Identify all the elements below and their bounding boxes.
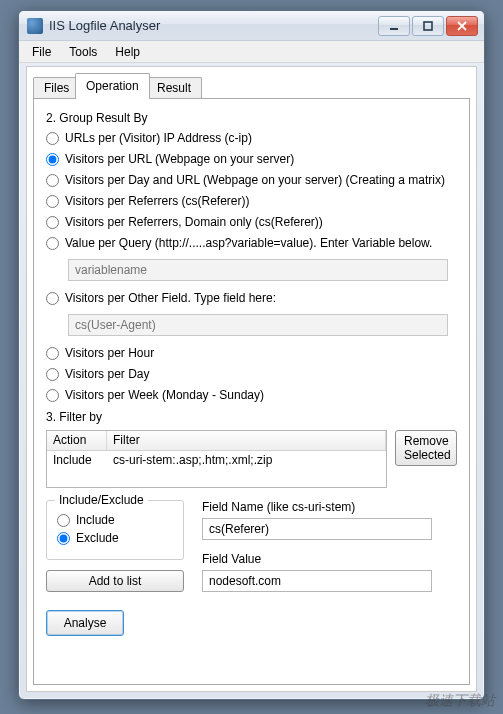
- group-radio-9[interactable]: [46, 389, 59, 402]
- group-opt-7[interactable]: Visitors per Hour: [46, 346, 457, 360]
- group-label-1: Visitors per URL (Webpage on your server…: [65, 152, 294, 166]
- client-area: Files Operation Result 2. Group Result B…: [26, 66, 477, 692]
- group-label-4: Visitors per Referrers, Domain only (cs(…: [65, 215, 323, 229]
- maximize-button[interactable]: [412, 16, 444, 36]
- include-radio[interactable]: [57, 514, 70, 527]
- field-value-label: Field Value: [202, 552, 457, 566]
- tab-body-operation: 2. Group Result By URLs per (Visitor) IP…: [33, 98, 470, 685]
- include-exclude-box: Include/Exclude Include Exclude: [46, 500, 184, 560]
- remove-selected-button[interactable]: Remove Selected: [395, 430, 457, 466]
- lower-row: Include/Exclude Include Exclude Add to l…: [46, 500, 457, 592]
- group-label-6: Visitors per Other Field. Type field her…: [65, 291, 276, 305]
- row-filter: cs-uri-stem:.asp;.htm;.xml;.zip: [107, 451, 386, 469]
- svg-rect-1: [424, 22, 432, 30]
- filter-table-header: Action Filter: [47, 431, 386, 451]
- minimize-button[interactable]: [378, 16, 410, 36]
- group-opt-9[interactable]: Visitors per Week (Monday - Sunday): [46, 388, 457, 402]
- group-radio-0[interactable]: [46, 132, 59, 145]
- filter-col-action[interactable]: Action: [47, 431, 107, 450]
- group-radio-8[interactable]: [46, 368, 59, 381]
- right-fields: Field Name (like cs-uri-stem) Field Valu…: [202, 500, 457, 592]
- filter-table[interactable]: Action Filter Include cs-uri-stem:.asp;.…: [46, 430, 387, 488]
- group-opt-5[interactable]: Value per Query (http://.....asp?variabl…: [46, 236, 457, 250]
- svg-rect-0: [390, 28, 398, 30]
- group-radio-4[interactable]: [46, 216, 59, 229]
- menu-tools[interactable]: Tools: [60, 43, 106, 61]
- window-title: IIS Logfile Analyser: [49, 18, 376, 33]
- group-radio-6[interactable]: [46, 292, 59, 305]
- tab-result[interactable]: Result: [146, 77, 202, 99]
- close-button[interactable]: [446, 16, 478, 36]
- group-label-8: Visitors per Day: [65, 367, 149, 381]
- group-label-3: Visitors per Referrers (cs(Referer)): [65, 194, 249, 208]
- titlebar[interactable]: IIS Logfile Analyser: [19, 11, 484, 41]
- menubar: File Tools Help: [19, 41, 484, 63]
- filter-heading: 3. Filter by: [46, 410, 457, 424]
- left-col: Include/Exclude Include Exclude Add to l…: [46, 500, 184, 592]
- group-opt-6[interactable]: Visitors per Other Field. Type field her…: [46, 291, 457, 305]
- tabstrip: Files Operation Result: [33, 73, 470, 99]
- variable-input[interactable]: [68, 259, 448, 281]
- menu-file[interactable]: File: [23, 43, 60, 61]
- group-label-9: Visitors per Week (Monday - Sunday): [65, 388, 264, 402]
- exclude-option[interactable]: Exclude: [57, 531, 173, 545]
- group-label-5: Value per Query (http://.....asp?variabl…: [65, 236, 432, 250]
- field-value-input[interactable]: [202, 570, 432, 592]
- exclude-label: Exclude: [76, 531, 119, 545]
- group-opt-1[interactable]: Visitors per URL (Webpage on your server…: [46, 152, 457, 166]
- tab-operation[interactable]: Operation: [75, 73, 150, 99]
- group-label-7: Visitors per Hour: [65, 346, 154, 360]
- app-window: IIS Logfile Analyser File Tools Help Fil…: [18, 10, 485, 700]
- table-row[interactable]: Include cs-uri-stem:.asp;.htm;.xml;.zip: [47, 451, 386, 469]
- row-action: Include: [47, 451, 107, 469]
- app-icon: [27, 18, 43, 34]
- group-opt-2[interactable]: Visitors per Day and URL (Webpage on you…: [46, 173, 457, 187]
- ie-legend: Include/Exclude: [55, 493, 148, 507]
- field-name-input[interactable]: [202, 518, 432, 540]
- exclude-radio[interactable]: [57, 532, 70, 545]
- include-label: Include: [76, 513, 115, 527]
- filter-group: Action Filter Include cs-uri-stem:.asp;.…: [46, 430, 457, 488]
- filter-col-filter[interactable]: Filter: [107, 431, 386, 450]
- menu-help[interactable]: Help: [106, 43, 149, 61]
- group-radio-3[interactable]: [46, 195, 59, 208]
- group-opt-3[interactable]: Visitors per Referrers (cs(Referer)): [46, 194, 457, 208]
- group-label-0: URLs per (Visitor) IP Address (c-ip): [65, 131, 252, 145]
- otherfield-input[interactable]: [68, 314, 448, 336]
- group-heading: 2. Group Result By: [46, 111, 457, 125]
- group-opt-4[interactable]: Visitors per Referrers, Domain only (cs(…: [46, 215, 457, 229]
- tab-files[interactable]: Files: [33, 77, 80, 99]
- add-to-list-button[interactable]: Add to list: [46, 570, 184, 592]
- group-label-2: Visitors per Day and URL (Webpage on you…: [65, 173, 445, 187]
- group-radio-2[interactable]: [46, 174, 59, 187]
- group-radio-7[interactable]: [46, 347, 59, 360]
- group-radio-1[interactable]: [46, 153, 59, 166]
- group-opt-0[interactable]: URLs per (Visitor) IP Address (c-ip): [46, 131, 457, 145]
- field-name-label: Field Name (like cs-uri-stem): [202, 500, 457, 514]
- analyse-button[interactable]: Analyse: [46, 610, 124, 636]
- window-controls: [376, 16, 478, 36]
- group-opt-8[interactable]: Visitors per Day: [46, 367, 457, 381]
- include-option[interactable]: Include: [57, 513, 173, 527]
- group-radio-5[interactable]: [46, 237, 59, 250]
